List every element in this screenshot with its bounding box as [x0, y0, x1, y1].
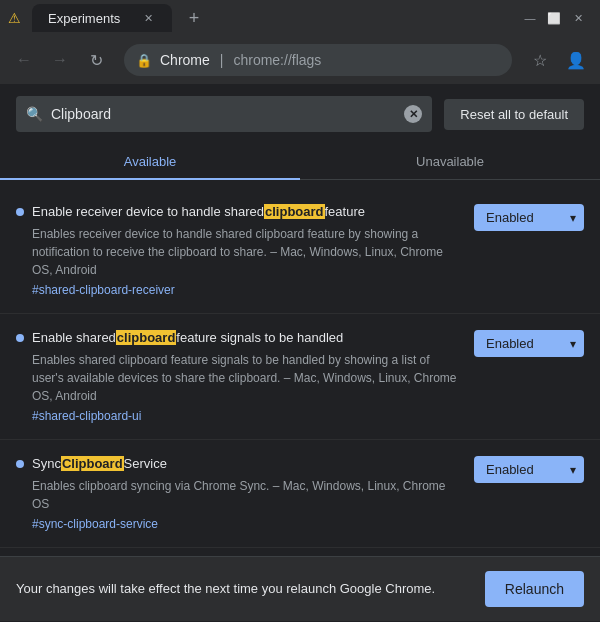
flag-control-2: Default Enabled Disabled [474, 330, 584, 357]
maximize-button[interactable]: ⬜ [548, 12, 560, 24]
profile-button[interactable]: 👤 [560, 44, 592, 76]
lock-icon: 🔒 [136, 53, 152, 68]
flag-link-2[interactable]: #shared-clipboard-ui [16, 409, 462, 423]
search-clear-button[interactable]: ✕ [404, 105, 422, 123]
highlight-clipboard-2: clipboard [116, 330, 177, 345]
back-button[interactable]: ← [8, 44, 40, 76]
search-container: 🔍 ✕ Reset all to default [0, 84, 600, 144]
bookmark-button[interactable]: ☆ [524, 44, 556, 76]
select-wrapper-2[interactable]: Default Enabled Disabled [474, 330, 584, 357]
flag-item-shared-clipboard-receiver: Enable receiver device to handle shared … [0, 188, 600, 314]
flag-link-1[interactable]: #shared-clipboard-receiver [16, 283, 462, 297]
flag-content-2: Enable shared clipboard feature signals … [16, 330, 462, 423]
flag-control-1: Default Enabled Disabled [474, 204, 584, 231]
tab-available[interactable]: Available [0, 144, 300, 179]
flag-dot-3 [16, 460, 24, 468]
tab-title: Experiments [48, 11, 120, 26]
flag-select-1[interactable]: Default Enabled Disabled [474, 204, 584, 231]
forward-button[interactable]: → [44, 44, 76, 76]
flag-title-1: Enable receiver device to handle shared … [16, 204, 462, 219]
flag-description-1: Enables receiver device to handle shared… [16, 225, 462, 279]
address-bar: ← → ↻ 🔒 Chrome | chrome://flags ☆ 👤 [0, 36, 600, 84]
url-bar[interactable]: 🔒 Chrome | chrome://flags [124, 44, 512, 76]
highlight-clipboard-1: clipboard [264, 204, 325, 219]
flag-title-3: Sync Clipboard Service [16, 456, 462, 471]
select-wrapper-3[interactable]: Default Enabled Disabled [474, 456, 584, 483]
close-button[interactable]: ✕ [572, 12, 584, 24]
select-wrapper-1[interactable]: Default Enabled Disabled [474, 204, 584, 231]
flag-dot-1 [16, 208, 24, 216]
tab-close-button[interactable]: ✕ [140, 10, 156, 26]
flag-content-1: Enable receiver device to handle shared … [16, 204, 462, 297]
flag-select-3[interactable]: Default Enabled Disabled [474, 456, 584, 483]
reset-all-button[interactable]: Reset all to default [444, 99, 584, 130]
minimize-button[interactable]: — [524, 12, 536, 24]
url-path: chrome://flags [233, 52, 321, 68]
bottom-bar: Your changes will take effect the next t… [0, 556, 600, 621]
main-content: 🔍 ✕ Reset all to default Available Unava… [0, 84, 600, 621]
flag-link-3[interactable]: #sync-clipboard-service [16, 517, 462, 531]
window-controls: — ⬜ ✕ [524, 12, 592, 24]
tabs-row: Available Unavailable [0, 144, 600, 180]
flag-content-3: Sync Clipboard Service Enables clipboard… [16, 456, 462, 531]
title-bar: ⚠ Experiments ✕ + — ⬜ ✕ [0, 0, 600, 36]
flag-select-2[interactable]: Default Enabled Disabled [474, 330, 584, 357]
highlight-clipboard-3: Clipboard [61, 456, 124, 471]
flag-description-3: Enables clipboard syncing via Chrome Syn… [16, 477, 462, 513]
flags-list: Enable receiver device to handle shared … [0, 180, 600, 556]
site-name: Chrome [160, 52, 210, 68]
flag-dot-2 [16, 334, 24, 342]
tab-unavailable[interactable]: Unavailable [300, 144, 600, 179]
experiments-tab[interactable]: Experiments ✕ [32, 4, 172, 32]
relaunch-button[interactable]: Relaunch [485, 571, 584, 607]
flag-title-2: Enable shared clipboard feature signals … [16, 330, 462, 345]
warning-icon: ⚠ [8, 10, 24, 26]
url-separator: | [220, 52, 224, 68]
flag-item-sync-clipboard-service: Sync Clipboard Service Enables clipboard… [0, 440, 600, 548]
flag-item-shared-clipboard-ui: Enable shared clipboard feature signals … [0, 314, 600, 440]
flag-description-2: Enables shared clipboard feature signals… [16, 351, 462, 405]
flag-control-3: Default Enabled Disabled [474, 456, 584, 483]
relaunch-message: Your changes will take effect the next t… [16, 580, 473, 598]
title-bar-left: ⚠ [8, 10, 24, 26]
reload-button[interactable]: ↻ [80, 44, 112, 76]
search-input[interactable] [51, 106, 396, 122]
search-icon: 🔍 [26, 106, 43, 122]
new-tab-button[interactable]: + [180, 4, 208, 32]
search-bar[interactable]: 🔍 ✕ [16, 96, 432, 132]
